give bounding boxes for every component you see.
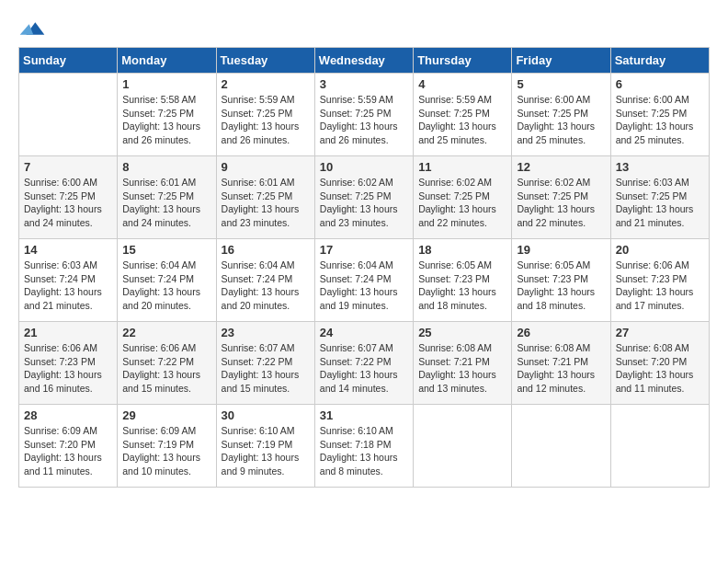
- day-header-saturday: Saturday: [610, 48, 709, 74]
- day-number: 5: [517, 77, 605, 91]
- day-info: Sunrise: 6:05 AMSunset: 7:23 PMDaylight:…: [418, 259, 506, 313]
- day-info: Sunrise: 6:02 AMSunset: 7:25 PMDaylight:…: [517, 176, 605, 230]
- day-info: Sunrise: 6:00 AMSunset: 7:25 PMDaylight:…: [24, 176, 112, 230]
- calendar-cell: [610, 405, 709, 488]
- calendar-cell: 25Sunrise: 6:08 AMSunset: 7:21 PMDayligh…: [414, 322, 512, 405]
- day-number: 28: [24, 408, 112, 422]
- calendar-cell: 24Sunrise: 6:07 AMSunset: 7:22 PMDayligh…: [314, 322, 413, 405]
- day-info: Sunrise: 6:00 AMSunset: 7:25 PMDaylight:…: [517, 93, 605, 147]
- calendar-cell: 27Sunrise: 6:08 AMSunset: 7:20 PMDayligh…: [610, 322, 709, 405]
- calendar-cell: 3Sunrise: 5:59 AMSunset: 7:25 PMDaylight…: [314, 74, 413, 156]
- day-number: 27: [616, 326, 704, 339]
- calendar-cell: 31Sunrise: 6:10 AMSunset: 7:18 PMDayligh…: [314, 405, 413, 488]
- calendar-cell: 11Sunrise: 6:02 AMSunset: 7:25 PMDayligh…: [414, 156, 512, 239]
- calendar-cell: 8Sunrise: 6:01 AMSunset: 7:25 PMDaylight…: [118, 156, 216, 239]
- day-number: 31: [320, 408, 408, 422]
- day-number: 29: [122, 408, 210, 422]
- day-number: 10: [320, 160, 408, 174]
- day-number: 2: [222, 77, 310, 91]
- calendar-cell: [19, 74, 118, 156]
- calendar-cell: 6Sunrise: 6:00 AMSunset: 7:25 PMDaylight…: [610, 74, 709, 156]
- day-number: 9: [222, 160, 310, 174]
- day-number: 3: [320, 77, 408, 91]
- day-info: Sunrise: 6:03 AMSunset: 7:24 PMDaylight:…: [24, 259, 112, 313]
- calendar-cell: 18Sunrise: 6:05 AMSunset: 7:23 PMDayligh…: [414, 239, 512, 322]
- day-info: Sunrise: 6:07 AMSunset: 7:22 PMDaylight:…: [222, 341, 310, 396]
- calendar-cell: 28Sunrise: 6:09 AMSunset: 7:20 PMDayligh…: [19, 405, 118, 488]
- day-info: Sunrise: 6:06 AMSunset: 7:22 PMDaylight:…: [122, 341, 210, 396]
- day-info: Sunrise: 6:09 AMSunset: 7:20 PMDaylight:…: [24, 424, 112, 478]
- calendar-cell: 7Sunrise: 6:00 AMSunset: 7:25 PMDaylight…: [19, 156, 118, 239]
- day-number: 14: [24, 243, 112, 257]
- day-number: 8: [122, 160, 210, 174]
- day-header-thursday: Thursday: [414, 48, 512, 74]
- day-info: Sunrise: 5:59 AMSunset: 7:25 PMDaylight:…: [418, 93, 506, 147]
- calendar-header-row: SundayMondayTuesdayWednesdayThursdayFrid…: [19, 48, 710, 74]
- calendar-cell: 4Sunrise: 5:59 AMSunset: 7:25 PMDaylight…: [414, 74, 512, 156]
- day-number: 1: [122, 77, 210, 91]
- day-info: Sunrise: 6:01 AMSunset: 7:25 PMDaylight:…: [222, 176, 310, 230]
- calendar-cell: 15Sunrise: 6:04 AMSunset: 7:24 PMDayligh…: [118, 239, 216, 322]
- day-number: 22: [122, 326, 210, 339]
- day-number: 18: [418, 243, 506, 257]
- day-number: 4: [418, 77, 506, 91]
- day-info: Sunrise: 6:08 AMSunset: 7:21 PMDaylight:…: [517, 341, 605, 396]
- day-info: Sunrise: 6:06 AMSunset: 7:23 PMDaylight:…: [616, 259, 704, 313]
- calendar-cell: 10Sunrise: 6:02 AMSunset: 7:25 PMDayligh…: [314, 156, 413, 239]
- header: [18, 18, 710, 38]
- day-number: 30: [222, 408, 310, 422]
- calendar-cell: 9Sunrise: 6:01 AMSunset: 7:25 PMDaylight…: [216, 156, 314, 239]
- day-info: Sunrise: 6:10 AMSunset: 7:19 PMDaylight:…: [222, 424, 310, 478]
- calendar-week-row: 28Sunrise: 6:09 AMSunset: 7:20 PMDayligh…: [19, 405, 710, 488]
- day-info: Sunrise: 6:02 AMSunset: 7:25 PMDaylight:…: [418, 176, 506, 230]
- calendar-cell: 1Sunrise: 5:58 AMSunset: 7:25 PMDaylight…: [118, 74, 216, 156]
- logo-icon: [18, 19, 46, 38]
- calendar-cell: 30Sunrise: 6:10 AMSunset: 7:19 PMDayligh…: [216, 405, 314, 488]
- day-number: 20: [616, 243, 704, 257]
- calendar-cell: 13Sunrise: 6:03 AMSunset: 7:25 PMDayligh…: [610, 156, 709, 239]
- day-info: Sunrise: 6:07 AMSunset: 7:22 PMDaylight:…: [320, 341, 408, 396]
- day-info: Sunrise: 6:04 AMSunset: 7:24 PMDaylight:…: [122, 259, 210, 313]
- calendar-week-row: 14Sunrise: 6:03 AMSunset: 7:24 PMDayligh…: [19, 239, 710, 322]
- calendar-cell: 22Sunrise: 6:06 AMSunset: 7:22 PMDayligh…: [118, 322, 216, 405]
- day-number: 19: [517, 243, 605, 257]
- day-info: Sunrise: 6:06 AMSunset: 7:23 PMDaylight:…: [24, 341, 112, 396]
- calendar-cell: 2Sunrise: 5:59 AMSunset: 7:25 PMDaylight…: [216, 74, 314, 156]
- calendar-cell: 17Sunrise: 6:04 AMSunset: 7:24 PMDayligh…: [314, 239, 413, 322]
- calendar-cell: 12Sunrise: 6:02 AMSunset: 7:25 PMDayligh…: [512, 156, 610, 239]
- day-number: 15: [122, 243, 210, 257]
- day-number: 6: [616, 77, 704, 91]
- calendar-week-row: 7Sunrise: 6:00 AMSunset: 7:25 PMDaylight…: [19, 156, 710, 239]
- calendar-week-row: 1Sunrise: 5:58 AMSunset: 7:25 PMDaylight…: [19, 74, 710, 156]
- calendar-cell: 21Sunrise: 6:06 AMSunset: 7:23 PMDayligh…: [19, 322, 118, 405]
- day-info: Sunrise: 6:10 AMSunset: 7:18 PMDaylight:…: [320, 424, 408, 478]
- day-info: Sunrise: 6:01 AMSunset: 7:25 PMDaylight:…: [122, 176, 210, 230]
- day-info: Sunrise: 6:04 AMSunset: 7:24 PMDaylight:…: [222, 259, 310, 313]
- calendar-cell: 20Sunrise: 6:06 AMSunset: 7:23 PMDayligh…: [610, 239, 709, 322]
- calendar-cell: 16Sunrise: 6:04 AMSunset: 7:24 PMDayligh…: [216, 239, 314, 322]
- calendar-cell: [414, 405, 512, 488]
- day-header-tuesday: Tuesday: [216, 48, 314, 74]
- day-number: 16: [222, 243, 310, 257]
- day-header-wednesday: Wednesday: [314, 48, 413, 74]
- day-info: Sunrise: 5:59 AMSunset: 7:25 PMDaylight:…: [222, 93, 310, 147]
- calendar-cell: 23Sunrise: 6:07 AMSunset: 7:22 PMDayligh…: [216, 322, 314, 405]
- calendar-cell: 26Sunrise: 6:08 AMSunset: 7:21 PMDayligh…: [512, 322, 610, 405]
- calendar-cell: 29Sunrise: 6:09 AMSunset: 7:19 PMDayligh…: [118, 405, 216, 488]
- calendar-cell: [512, 405, 610, 488]
- day-info: Sunrise: 6:02 AMSunset: 7:25 PMDaylight:…: [320, 176, 408, 230]
- day-number: 11: [418, 160, 506, 174]
- day-number: 7: [24, 160, 112, 174]
- day-info: Sunrise: 6:03 AMSunset: 7:25 PMDaylight:…: [616, 176, 704, 230]
- day-info: Sunrise: 6:08 AMSunset: 7:21 PMDaylight:…: [418, 341, 506, 396]
- day-header-sunday: Sunday: [19, 48, 118, 74]
- day-info: Sunrise: 5:58 AMSunset: 7:25 PMDaylight:…: [122, 93, 210, 147]
- calendar-table: SundayMondayTuesdayWednesdayThursdayFrid…: [18, 47, 710, 488]
- day-info: Sunrise: 5:59 AMSunset: 7:25 PMDaylight:…: [320, 93, 408, 147]
- day-info: Sunrise: 6:08 AMSunset: 7:20 PMDaylight:…: [616, 341, 704, 396]
- logo: [18, 18, 50, 38]
- calendar-week-row: 21Sunrise: 6:06 AMSunset: 7:23 PMDayligh…: [19, 322, 710, 405]
- day-info: Sunrise: 6:09 AMSunset: 7:19 PMDaylight:…: [122, 424, 210, 478]
- day-number: 25: [418, 326, 506, 339]
- day-number: 21: [24, 326, 112, 339]
